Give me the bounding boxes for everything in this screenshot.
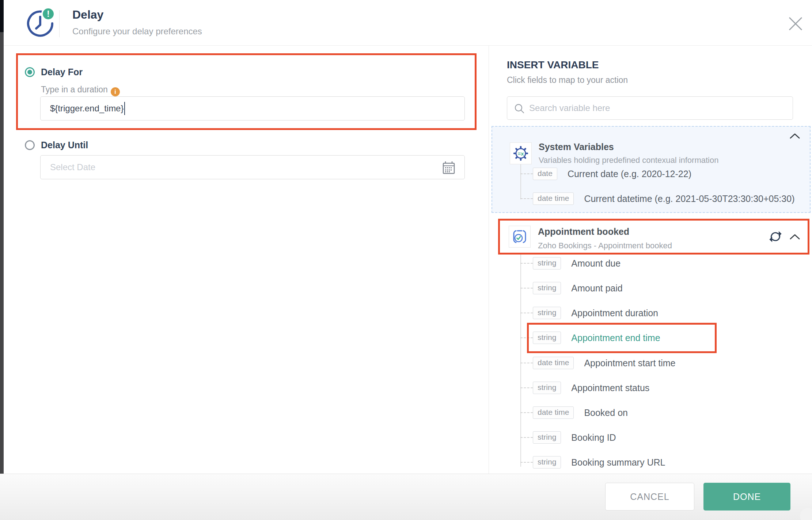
variable-row[interactable]: string Booking ID xyxy=(520,429,616,446)
tree-connector xyxy=(520,288,533,288)
tree-connector xyxy=(520,412,533,413)
variable-type-tag: string xyxy=(533,332,561,344)
variable-type-tag: date time xyxy=(533,192,574,205)
close-icon[interactable] xyxy=(786,15,805,33)
variable-row[interactable]: date Current date (e.g. 2020-12-22) xyxy=(520,166,691,182)
variable-type-tag: string xyxy=(533,282,561,294)
delay-until-radio[interactable] xyxy=(25,140,35,150)
variable-type-tag: string xyxy=(533,431,561,444)
search-input[interactable] xyxy=(529,97,785,119)
tree-connector xyxy=(520,462,533,463)
chevron-up-icon[interactable] xyxy=(789,132,801,140)
dialog-header: ! Delay Configure your delay preferences xyxy=(4,0,812,46)
text-caret xyxy=(124,102,125,115)
variable-type-tag: string xyxy=(533,456,561,469)
insert-variable-subtitle: Click fields to map to your action xyxy=(507,75,628,85)
svg-text:=x: =x xyxy=(517,150,524,157)
dialog-title: Delay xyxy=(72,8,103,22)
tree-connector xyxy=(520,263,533,264)
system-variables-name[interactable]: System Variables xyxy=(539,142,614,152)
system-variables-icon: =x xyxy=(510,142,532,164)
header-divider xyxy=(59,10,60,37)
tree-connector xyxy=(520,387,533,388)
done-button[interactable]: DONE xyxy=(703,483,790,511)
variable-row-selected[interactable]: string Appointment end time xyxy=(520,330,660,346)
search-icon xyxy=(514,103,525,114)
variable-type-tag: string xyxy=(533,382,561,394)
tree-connector xyxy=(520,437,533,438)
variable-label[interactable]: Amount paid xyxy=(571,283,622,294)
date-input-placeholder: Select Date xyxy=(50,162,95,172)
variable-label[interactable]: Appointment duration xyxy=(571,308,658,318)
tree-connector xyxy=(520,363,533,363)
screen-edge-dark xyxy=(0,0,4,32)
variable-label[interactable]: Amount due xyxy=(571,258,621,269)
duration-input[interactable]: ${trigger.end_time} xyxy=(40,96,465,121)
screen-edge-strip xyxy=(0,0,4,520)
variable-type-tag: string xyxy=(533,257,561,269)
refresh-icon[interactable] xyxy=(768,229,783,244)
delay-for-hint: Type in a durationi xyxy=(41,85,120,96)
screen-corner xyxy=(804,512,812,520)
variable-type-tag: date time xyxy=(533,357,574,369)
variable-label[interactable]: Appointment start time xyxy=(584,358,675,368)
appointment-booked-icon xyxy=(509,226,531,248)
tree-connector xyxy=(520,313,533,313)
variable-label[interactable]: Current date (e.g. 2020-12-22) xyxy=(568,169,691,179)
calendar-icon[interactable] xyxy=(441,160,456,175)
variable-label[interactable]: Booking ID xyxy=(571,432,616,443)
variable-label-appointment-end-time[interactable]: Appointment end time xyxy=(571,333,660,343)
panel-divider xyxy=(489,46,489,474)
tree-connector xyxy=(520,337,533,338)
variable-label[interactable]: Booked on xyxy=(584,408,628,418)
tree-connector xyxy=(520,173,533,174)
variable-search xyxy=(507,96,793,120)
cancel-button[interactable]: CANCEL xyxy=(605,483,694,511)
variable-row[interactable]: string Amount due xyxy=(520,255,621,271)
variable-label[interactable]: Current datetime (e.g. 2021-05-30T23:30:… xyxy=(584,194,794,204)
chevron-up-icon[interactable] xyxy=(789,233,801,241)
delay-for-hint-text: Type in a duration xyxy=(41,85,108,94)
tree-connector xyxy=(520,198,533,199)
variable-row[interactable]: date time Current datetime (e.g. 2021-05… xyxy=(520,191,794,207)
variable-row[interactable]: string Booking summary URL xyxy=(520,454,665,470)
delay-until-label[interactable]: Delay Until xyxy=(41,140,88,150)
variable-label[interactable]: Appointment status xyxy=(571,383,649,393)
system-variables-desc: Variables holding predefined contexual i… xyxy=(539,156,718,165)
variable-row[interactable]: date time Appointment start time xyxy=(520,355,676,371)
variable-row[interactable]: string Appointment duration xyxy=(520,305,658,321)
insert-variable-title: INSERT VARIABLE xyxy=(507,59,599,71)
dialog-subtitle: Configure your delay preferences xyxy=(72,26,202,37)
variable-type-tag: date xyxy=(533,168,557,180)
variable-type-tag: date time xyxy=(533,406,574,419)
variable-row[interactable]: string Amount paid xyxy=(520,280,623,296)
svg-text:!: ! xyxy=(47,9,50,19)
delay-for-radio[interactable] xyxy=(25,67,35,77)
delay-dialog: ! Delay Configure your delay preferences… xyxy=(0,0,812,520)
variable-type-tag: string xyxy=(533,307,561,319)
appointment-booked-name[interactable]: Appointment booked xyxy=(538,226,629,237)
delay-for-label[interactable]: Delay For xyxy=(41,67,83,77)
variable-row[interactable]: string Appointment status xyxy=(520,380,649,396)
date-input[interactable]: Select Date xyxy=(40,155,465,179)
duration-input-value: ${trigger.end_time} xyxy=(50,103,124,114)
appointment-booked-desc: Zoho Bookings - Appointment booked xyxy=(538,241,672,251)
variable-label[interactable]: Booking summary URL xyxy=(571,457,665,468)
delay-clock-icon: ! xyxy=(23,6,58,41)
info-icon[interactable]: i xyxy=(111,87,120,96)
variable-row[interactable]: date time Booked on xyxy=(520,405,628,421)
